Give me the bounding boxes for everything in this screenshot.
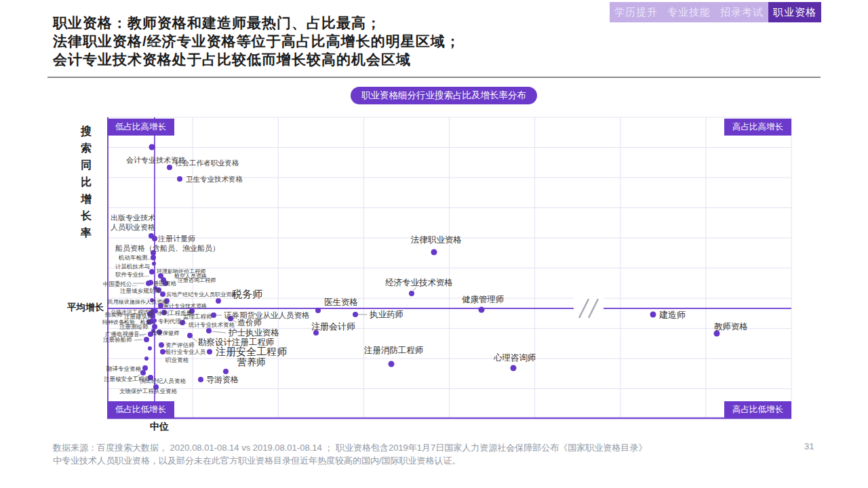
- data-point-label: 教师资格: [714, 322, 748, 331]
- data-point: [140, 370, 146, 375]
- data-point-label: 社会工作者职业资格: [175, 159, 239, 167]
- data-point: [206, 328, 212, 333]
- leader-line: [212, 331, 226, 333]
- data-point-label: 注册测绘师: [119, 323, 149, 330]
- data-point-label: 法律职业资格: [410, 235, 462, 245]
- data-point-label: 银行业专业人员职业资格: [165, 348, 206, 363]
- data-point: [198, 377, 203, 382]
- data-point: [152, 262, 156, 266]
- page-title: 职业资格：教师资格和建造师最热门、占比最高； 法律职业资格/经济专业资格等位于高…: [53, 14, 460, 68]
- data-point-label: 文物保护工程从业资格: [119, 388, 178, 394]
- data-point-label: 注册咨询工程师: [177, 277, 216, 283]
- data-point-label: 兽医资格: [153, 280, 177, 287]
- title-line-3: 会计专业技术资格处于占比较低而增长较高的机会区域: [53, 50, 460, 68]
- data-point-label: 营养师: [237, 357, 266, 367]
- data-point-label: 统计专业技术资格: [189, 321, 235, 328]
- quadrant-badge-low-share-low-growth: 低占比低增长: [107, 401, 174, 418]
- data-point-label: 母婴保健师: [152, 330, 180, 336]
- y-axis-label: 搜索同比增长率: [79, 123, 94, 241]
- scatter-plot: 会计专业技术资格社会工作者职业资格卫生专业技术资格出版专业技术人员职业资格注册计…: [107, 117, 791, 419]
- data-point-label: 注册计量师: [157, 235, 195, 243]
- quadrant-badge-low-share-high-growth: 低占比高增长: [107, 119, 174, 136]
- data-point: [160, 349, 165, 354]
- data-point-label: 审计专业技术资格: [163, 303, 207, 309]
- tab-zhaolu-kaoshi[interactable]: 招录考试: [715, 2, 768, 22]
- median-line-label: 中位: [150, 421, 169, 433]
- nav-tabs: 学历提升 专业技能 招录考试 职业资格: [610, 2, 821, 22]
- data-point-label: 监理工程师: [183, 313, 212, 320]
- data-point-label: 船员资格（含船员、渔业船员）: [115, 244, 220, 252]
- data-point-label: 房地产经纪专业人员职业资格: [166, 291, 237, 298]
- data-point-label: 注册安全工程师: [216, 346, 287, 357]
- data-point: [431, 249, 437, 256]
- data-point: [353, 312, 358, 317]
- data-point-label: 出版专业技术人员职业资格: [111, 214, 155, 231]
- average-line-label: 平均增长: [67, 302, 104, 314]
- tab-zhiye-zige[interactable]: 职业资格: [768, 2, 821, 22]
- data-point: [149, 269, 155, 274]
- data-point: [315, 308, 321, 313]
- data-point: [389, 361, 395, 367]
- chart-title-badge: 职业资格细分行业搜索占比及增长率分布: [351, 87, 537, 104]
- leader-line: [413, 287, 416, 291]
- quadrant-badge-high-share-low-growth: 高占比低增长: [724, 401, 791, 418]
- data-point-label: 导游资格: [206, 375, 239, 384]
- data-point-label: 民用核设施操作人员资格: [108, 299, 167, 305]
- title-line-2: 法律职业资格/经济专业资格等位于高占比高增长的明星区域；: [53, 32, 460, 50]
- data-point-label: 翻译专业资格: [106, 365, 142, 372]
- data-point-label: 拍卖师: [104, 311, 123, 318]
- data-point-label: 计算机技术与软件专业技...: [115, 263, 151, 278]
- data-point: [152, 236, 157, 241]
- data-point-label: 心理咨询师: [494, 353, 536, 363]
- data-point: [149, 144, 155, 150]
- data-point-label: 医生资格: [324, 298, 358, 307]
- data-point: [187, 333, 193, 338]
- data-point: [216, 298, 221, 304]
- quadrant-badge-high-share-high-growth: 高占比高增长: [724, 119, 791, 136]
- data-point-label: 注册验船师: [103, 336, 132, 343]
- data-point: [207, 349, 212, 354]
- data-point: [160, 291, 165, 297]
- data-point: [223, 369, 229, 374]
- data-point-label: 卫生专业技术资格: [186, 175, 243, 183]
- data-point-label: 税务师: [232, 288, 262, 300]
- data-point: [650, 312, 656, 318]
- data-point-label: 机动车检测...: [118, 254, 153, 261]
- page-number: 31: [804, 441, 814, 451]
- leader-line: [134, 340, 142, 340]
- tab-xueli-tisheng[interactable]: 学历提升: [610, 2, 663, 22]
- data-point-label: 造价师: [237, 318, 262, 327]
- data-point-label: 护士执业资格: [228, 328, 279, 338]
- data-point: [167, 165, 172, 170]
- data-point-label: 执业药师: [369, 310, 403, 319]
- data-point: [144, 357, 149, 361]
- data-point-label: 注册会计师: [311, 321, 355, 331]
- data-point-label: 建造师: [658, 310, 686, 320]
- data-point: [159, 342, 164, 348]
- title-divider: [47, 77, 821, 78]
- data-point-label: 资产评估师: [165, 342, 195, 348]
- data-point: [144, 337, 149, 342]
- data-point-label: 中国委托公...: [103, 281, 137, 287]
- data-point: [148, 280, 153, 285]
- data-point-label: 注册城乡规划师: [120, 287, 161, 294]
- footer-line-1: 数据来源：百度搜索大数据， 2020.08.01-08.14 vs 2019.0…: [53, 441, 647, 454]
- footer-line-2: 中专业技术人员职业资格，以及部分未在此官方职业资格目录但近年热度较高的国内/国际…: [53, 454, 647, 467]
- slide: 学历提升 专业技能 招录考试 职业资格 职业资格：教师资格和建造师最热门、占比最…: [0, 0, 868, 488]
- title-line-1: 职业资格：教师资格和建造师最热门、占比最高；: [53, 14, 460, 32]
- data-point-label: 经济专业技术资格: [385, 278, 453, 287]
- data-point: [177, 176, 182, 182]
- data-point-label: 演出经纪人员资格: [140, 378, 186, 384]
- data-point: [148, 346, 152, 350]
- data-point: [479, 307, 485, 313]
- data-source-note: 数据来源：百度搜索大数据， 2020.08.01-08.14 vs 2019.0…: [53, 441, 647, 467]
- data-point-label: 健康管理师: [462, 295, 505, 304]
- data-point: [142, 365, 148, 371]
- data-point: [409, 291, 414, 296]
- data-point-label: 专利代理人: [158, 318, 187, 325]
- data-point-label: 注册消防工程师: [363, 346, 424, 355]
- data-point: [511, 365, 517, 371]
- tab-zhuanye-jineng[interactable]: 专业技能: [663, 2, 715, 22]
